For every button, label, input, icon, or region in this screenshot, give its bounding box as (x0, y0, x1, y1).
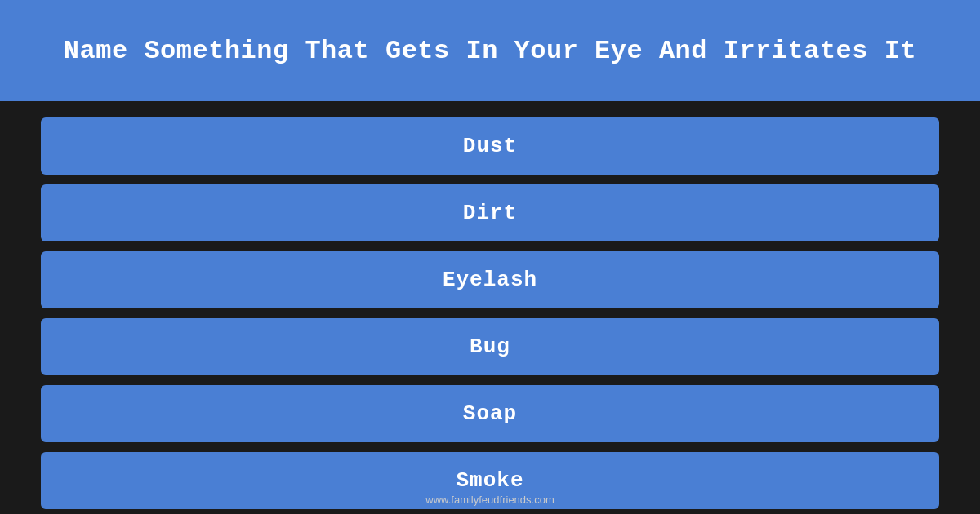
answer-label: Soap (463, 401, 517, 426)
footer-url: www.familyfeudfriends.com (425, 494, 555, 506)
answer-label: Smoke (456, 468, 523, 493)
header: Name Something That Gets In Your Eye And… (0, 0, 980, 101)
page-title: Name Something That Gets In Your Eye And… (64, 36, 916, 66)
answer-label: Dirt (463, 201, 517, 225)
answer-row[interactable]: Eyelash (41, 251, 939, 308)
footer: www.familyfeudfriends.com (0, 493, 980, 507)
answer-row[interactable]: Dust (41, 117, 939, 175)
answer-row[interactable]: Bug (41, 318, 939, 375)
answer-row[interactable]: Dirt (41, 184, 939, 241)
answer-label: Dust (463, 134, 517, 158)
answer-label: Eyelash (443, 268, 537, 292)
answer-label: Bug (470, 335, 510, 359)
main-content: DustDirtEyelashBugSoapSmoke (0, 101, 980, 514)
answer-row[interactable]: Soap (41, 385, 939, 442)
